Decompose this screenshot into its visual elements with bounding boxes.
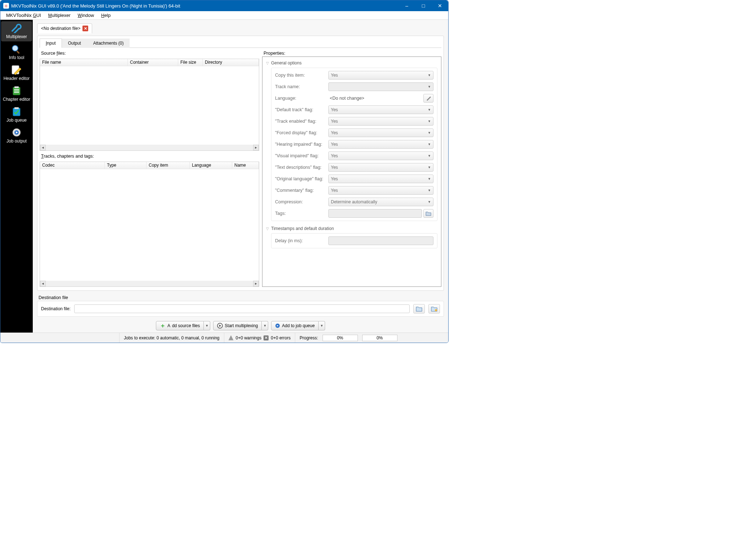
recent-destination-button[interactable] bbox=[428, 304, 440, 313]
prop-label: Compression: bbox=[275, 199, 325, 204]
col-type[interactable]: Type bbox=[105, 162, 147, 169]
tab-attachments[interactable]: Attachments (0) bbox=[87, 39, 130, 48]
col-filesize[interactable]: File size bbox=[178, 59, 203, 66]
sidebar: Multiplexer Info tool Header editor Chap… bbox=[0, 20, 33, 333]
menu-window[interactable]: Window bbox=[75, 12, 97, 19]
pencil-page-icon bbox=[10, 64, 23, 75]
svg-point-12 bbox=[435, 309, 437, 311]
status-warnings[interactable]: 0+0 warnings✕0+0 errors bbox=[224, 333, 296, 343]
tab-output[interactable]: Output bbox=[62, 39, 87, 48]
chevron-down-icon: ▼ bbox=[428, 154, 431, 158]
statusbar: Jobs to execute: 0 automatic, 0 manual, … bbox=[0, 333, 448, 343]
chevron-down-icon: ▼ bbox=[428, 200, 431, 204]
h-scrollbar[interactable]: ◄► bbox=[40, 281, 259, 286]
queue-icon bbox=[275, 323, 280, 328]
svg-rect-5 bbox=[14, 89, 19, 90]
prop-label: "Text descriptions" flag: bbox=[275, 165, 325, 170]
svg-rect-9 bbox=[14, 107, 19, 109]
menu-help[interactable]: Help bbox=[98, 12, 113, 19]
sidebar-item-job-queue[interactable]: Job queue bbox=[1, 105, 32, 125]
chevron-down-icon: ▼ bbox=[428, 85, 431, 89]
close-button[interactable]: ✕ bbox=[432, 0, 448, 11]
prop-label: "Original language" flag: bbox=[275, 176, 325, 181]
maximize-button[interactable]: □ bbox=[415, 0, 432, 11]
minimize-button[interactable]: – bbox=[399, 0, 415, 11]
prop-label: Delay (in ms): bbox=[275, 238, 325, 243]
sidebar-label: Job output bbox=[6, 139, 27, 144]
source-files-label: Source files: bbox=[40, 50, 259, 57]
forced-flag-combo[interactable]: Yes▼ bbox=[328, 128, 433, 137]
compression-combo[interactable]: Determine automatically▼ bbox=[328, 198, 433, 206]
properties-scroll[interactable]: ▽General options Copy this item:Yes▼ Tra… bbox=[262, 57, 441, 286]
prop-label: Language: bbox=[275, 96, 325, 101]
enabled-flag-combo[interactable]: Yes▼ bbox=[328, 117, 433, 126]
menu-multiplexer[interactable]: Multiplexer bbox=[45, 12, 73, 19]
add-source-files-button[interactable]: ＋ Add source files bbox=[156, 321, 204, 330]
sidebar-item-info-tool[interactable]: Info tool bbox=[1, 42, 32, 62]
document-tab[interactable]: <No destination file> ✕ bbox=[37, 23, 92, 33]
visual-flag-combo[interactable]: Yes▼ bbox=[328, 152, 433, 160]
add-queue-dropdown[interactable]: ▼ bbox=[319, 321, 325, 330]
tracks-label: Tracks, chapters and tags: bbox=[40, 153, 259, 159]
progress-current: 0% bbox=[323, 335, 358, 341]
plus-icon: ＋ bbox=[160, 322, 166, 330]
default-flag-combo[interactable]: Yes▼ bbox=[328, 105, 433, 114]
status-progress: Progress: 0% 0% bbox=[295, 333, 401, 343]
sidebar-item-job-output[interactable]: Job output bbox=[1, 126, 32, 146]
svg-rect-8 bbox=[13, 108, 20, 116]
destination-input[interactable] bbox=[74, 304, 410, 313]
hearing-flag-combo[interactable]: Yes▼ bbox=[328, 140, 433, 149]
sidebar-item-multiplexer[interactable]: Multiplexer bbox=[1, 21, 32, 41]
col-language[interactable]: Language bbox=[190, 162, 232, 169]
svg-point-0 bbox=[12, 45, 18, 51]
menu-app[interactable]: MKVToolNix GUI bbox=[3, 12, 44, 19]
group-timestamps-header[interactable]: ▽Timestamps and default duration bbox=[266, 225, 437, 232]
browse-tags-button[interactable] bbox=[423, 209, 433, 218]
col-container[interactable]: Container bbox=[128, 59, 178, 66]
destination-section-label: Destination file bbox=[37, 294, 444, 301]
track-name-combo[interactable]: ▼ bbox=[328, 82, 433, 91]
tracks-table[interactable]: Codec Type Copy item Language Name ◄► bbox=[40, 162, 259, 287]
copy-item-combo[interactable]: Yes▼ bbox=[328, 71, 433, 80]
prop-label: "Track enabled" flag: bbox=[275, 119, 325, 124]
origlang-flag-combo[interactable]: Yes▼ bbox=[328, 175, 433, 183]
sidebar-label: Job queue bbox=[6, 118, 27, 123]
commentary-flag-combo[interactable]: Yes▼ bbox=[328, 186, 433, 195]
start-multiplexing-button[interactable]: Start multiplexing bbox=[213, 321, 262, 330]
col-filename[interactable]: File name bbox=[40, 59, 128, 66]
chevron-down-icon: ▼ bbox=[428, 143, 431, 146]
triangle-icon: ▽ bbox=[266, 61, 269, 65]
col-name[interactable]: Name bbox=[232, 162, 259, 169]
sidebar-label: Header editor bbox=[4, 76, 30, 81]
col-directory[interactable]: Directory bbox=[203, 59, 259, 66]
col-copyitem[interactable]: Copy item bbox=[147, 162, 190, 169]
prop-label: "Commentary" flag: bbox=[275, 188, 325, 193]
properties-panel: ▽General options Copy this item:Yes▼ Tra… bbox=[262, 57, 441, 287]
tab-input[interactable]: Input bbox=[40, 39, 62, 48]
add-to-job-queue-button[interactable]: Add to job queue bbox=[271, 321, 319, 330]
sidebar-label: Chapter editor bbox=[3, 97, 30, 102]
tags-field[interactable] bbox=[328, 209, 422, 218]
h-scrollbar[interactable]: ◄► bbox=[40, 145, 259, 150]
edit-language-button[interactable] bbox=[423, 94, 433, 103]
triangle-icon: ▽ bbox=[266, 227, 269, 231]
document-tab-label: <No destination file> bbox=[41, 26, 80, 31]
browse-destination-button[interactable] bbox=[413, 304, 425, 313]
col-codec[interactable]: Codec bbox=[40, 162, 105, 169]
sidebar-item-chapter-editor[interactable]: Chapter editor bbox=[1, 84, 32, 104]
properties-label: Properties: bbox=[262, 50, 441, 57]
sidebar-label: Info tool bbox=[9, 55, 24, 60]
prop-label: Tags: bbox=[275, 211, 325, 216]
group-general-header[interactable]: ▽General options bbox=[266, 59, 437, 67]
chevron-down-icon: ▼ bbox=[428, 73, 431, 77]
textdesc-flag-combo[interactable]: Yes▼ bbox=[328, 163, 433, 172]
clipboard-icon bbox=[10, 85, 23, 96]
start-mux-dropdown[interactable]: ▼ bbox=[262, 321, 268, 330]
sidebar-item-header-editor[interactable]: Header editor bbox=[1, 63, 32, 83]
sub-tabs: Input Output Attachments (0) bbox=[40, 38, 441, 48]
tab-close-icon[interactable]: ✕ bbox=[82, 26, 88, 31]
source-files-table[interactable]: File name Container File size Directory … bbox=[40, 59, 259, 151]
magnifier-icon bbox=[10, 44, 23, 54]
delay-field[interactable] bbox=[328, 236, 433, 245]
add-source-dropdown[interactable]: ▼ bbox=[204, 321, 210, 330]
